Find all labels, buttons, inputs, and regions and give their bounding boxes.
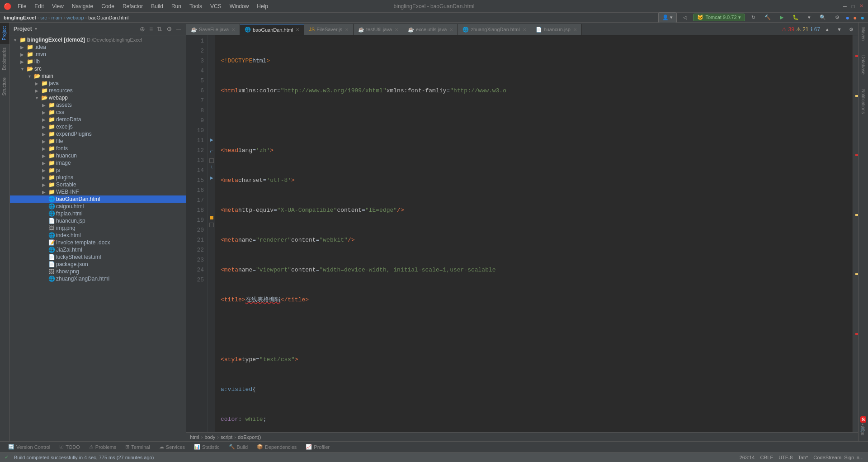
tree-item-webinf[interactable]: ▶ 📁 WEB-INF: [10, 188, 186, 195]
charset-indicator[interactable]: UTF-8: [778, 455, 793, 460]
tree-item-fapiao[interactable]: ▶ 🌐 fapiao.html: [10, 210, 186, 217]
gutter-14[interactable]: └: [208, 163, 215, 173]
codestream-label[interactable]: CodeStream: Sign in...: [813, 455, 863, 460]
menu-build[interactable]: Build: [147, 2, 167, 10]
gutter-12[interactable]: ⌐: [208, 146, 215, 156]
bottom-tab-dependencies[interactable]: 📦 Dependencies: [252, 443, 301, 451]
menu-vcs[interactable]: VCS: [207, 2, 225, 10]
bottom-tab-terminal[interactable]: ⊞ Terminal: [121, 443, 155, 451]
tree-item-java[interactable]: ▶ 📁 java: [10, 80, 186, 87]
breadcrumb-src[interactable]: src: [40, 15, 47, 20]
tab-baoguandan-close[interactable]: ✕: [296, 27, 299, 32]
tree-item-expendplugins[interactable]: ▶ 📁 expendPlugins: [10, 130, 186, 138]
bottom-tab-services[interactable]: ☁ Services: [155, 443, 189, 451]
tree-item-plugins[interactable]: ▶ 📁 plugins: [10, 174, 186, 181]
breadcrumb-doexport[interactable]: doExport(): [238, 434, 261, 440]
tab-savefile[interactable]: ☕ SaveFile.java ✕: [186, 24, 240, 35]
scroll-down-btn[interactable]: ▼: [834, 24, 844, 35]
tab-testutil-close[interactable]: ✕: [395, 27, 398, 32]
tree-item-css[interactable]: ▶ 📁 css: [10, 109, 186, 116]
tree-item-lib[interactable]: ▶ 📁 lib: [10, 58, 186, 65]
project-settings-btn[interactable]: ⚙: [165, 24, 174, 33]
menu-run[interactable]: Run: [168, 2, 185, 10]
menu-navigate[interactable]: Navigate: [68, 2, 97, 10]
strip-bookmarks[interactable]: Bookmarks: [0, 44, 9, 74]
profile-btn[interactable]: 👤 ▾: [658, 12, 677, 23]
tab-zhuangxiangdan-close[interactable]: ✕: [523, 27, 526, 32]
strip-project[interactable]: Project: [0, 23, 9, 44]
tree-item-fonts[interactable]: ▶ 📁 fonts: [10, 145, 186, 152]
tree-item-jiazai[interactable]: ▶ 🌐 JiaZai.html: [10, 246, 186, 253]
menu-file[interactable]: File: [14, 2, 30, 10]
menu-tools[interactable]: Tools: [186, 2, 206, 10]
search-everywhere-btn[interactable]: 🔍: [817, 12, 829, 23]
cursor-position[interactable]: 263:14: [740, 455, 755, 460]
right-tab-maven[interactable]: Maven: [859, 24, 867, 43]
project-collapse-btn[interactable]: ≡: [148, 24, 154, 33]
tree-item-packagejson[interactable]: ▶ 📄 package.json: [10, 261, 186, 268]
bottom-tab-todo[interactable]: ☑ TODO: [55, 443, 85, 451]
menu-window[interactable]: Window: [226, 2, 253, 10]
code-editor[interactable]: <!DOCTYPE html> <html xmlns:color="http:…: [215, 35, 853, 432]
tab-baoguandan[interactable]: 🌐 baoGuanDan.html ✕: [240, 24, 304, 35]
close-button[interactable]: ✕: [858, 3, 864, 10]
run-btn[interactable]: ▶: [777, 12, 786, 23]
tree-item-mvn[interactable]: ▶ 📁 .mvn: [10, 51, 186, 58]
more-run-btn[interactable]: ▾: [805, 12, 813, 23]
menu-code[interactable]: Code: [98, 2, 118, 10]
tomcat-button[interactable]: 🐱 Tomcat 9.0.72 ▾: [693, 14, 745, 21]
tree-item-caigou[interactable]: ▶ 🌐 caigou.html: [10, 203, 186, 210]
breadcrumb-project[interactable]: binglingExcel: [4, 15, 36, 20]
bottom-tab-problems[interactable]: ⚠ Problems: [85, 443, 121, 451]
breadcrumb-script[interactable]: script: [221, 434, 232, 440]
breadcrumb-main[interactable]: main: [52, 15, 62, 20]
tree-item-main[interactable]: ▾ 📂 main: [10, 72, 186, 80]
tree-item-huancunjsp[interactable]: ▶ 📄 huancun.jsp: [10, 217, 186, 224]
project-locate-btn[interactable]: ⊕: [138, 24, 146, 33]
menu-help[interactable]: Help: [253, 2, 272, 10]
tree-item-huancun[interactable]: ▶ 📁 huancun: [10, 152, 186, 159]
tree-root[interactable]: ▾ 📁 binglingExcel [demo2] D:\Develop\bin…: [10, 36, 186, 43]
tree-item-assets[interactable]: ▶ 📁 assets: [10, 101, 186, 109]
tab-huancunjsp-close[interactable]: ✕: [573, 27, 577, 32]
bottom-tab-profiler[interactable]: 📈 Profiler: [301, 443, 334, 451]
strip-structure[interactable]: Structure: [0, 74, 9, 100]
tab-excelutils[interactable]: ☕ excelutils.java ✕: [403, 24, 458, 35]
tree-item-zhuangxiangdan[interactable]: ▶ 🌐 zhuangXiangDan.html: [10, 275, 186, 282]
tab-filesaver[interactable]: JS FileSaver.js ✕: [304, 24, 354, 35]
tab-zhuangxiangdan[interactable]: 🌐 zhuangXiangDan.html ✕: [458, 24, 531, 35]
tree-item-demodata[interactable]: ▶ 📁 demoData: [10, 116, 186, 123]
tree-item-resources[interactable]: ▶ 📁 resources: [10, 87, 186, 94]
menu-view[interactable]: View: [48, 2, 67, 10]
scroll-indicator[interactable]: [853, 35, 858, 432]
breadcrumb-body[interactable]: body: [204, 434, 215, 440]
breadcrumb-file[interactable]: baoGuanDan.html: [88, 15, 128, 20]
breadcrumb-html[interactable]: html: [190, 434, 199, 440]
bottom-tab-build[interactable]: 🔨 Build: [224, 443, 252, 451]
tab-huancunjsp[interactable]: 📄 huancun.jsp ✕: [531, 24, 582, 35]
menu-refactor[interactable]: Refactor: [119, 2, 146, 10]
refresh-btn[interactable]: ↻: [749, 12, 758, 23]
project-sort-btn[interactable]: ⇅: [156, 24, 164, 33]
tree-item-invoice[interactable]: ▶ 📝 Invoice template .docx: [10, 239, 186, 246]
tab-filesaver-close[interactable]: ✕: [345, 27, 349, 32]
right-tab-database[interactable]: Database: [859, 52, 867, 77]
tab-excelutils-close[interactable]: ✕: [449, 27, 453, 32]
tree-item-image[interactable]: ▶ 📁 image: [10, 159, 186, 167]
tab-testutil[interactable]: ☕ testUtil.java ✕: [354, 24, 403, 35]
maximize-button[interactable]: □: [850, 3, 856, 10]
settings-btn[interactable]: ⚙: [832, 12, 842, 23]
bottom-tab-versioncontrol[interactable]: 🔄 Version Control: [4, 443, 55, 451]
tree-item-luckysheet[interactable]: ▶ 📄 luckySheetTest.iml: [10, 253, 186, 261]
tree-item-js[interactable]: ▶ 📁 js: [10, 167, 186, 174]
right-tab-notifications[interactable]: Notifications: [859, 86, 867, 116]
tree-item-index[interactable]: ▶ 🌐 index.html: [10, 232, 186, 239]
line-ending[interactable]: CRLF: [760, 455, 773, 460]
gutter-15[interactable]: ▶: [208, 173, 215, 183]
tree-item-baoguandan[interactable]: ▶ 🌐 baoGuanDan.html: [10, 195, 186, 203]
debug-btn[interactable]: 🐛: [790, 12, 802, 23]
tree-item-showpng[interactable]: ▶ 🖼 show.png: [10, 268, 186, 275]
tree-item-webapp[interactable]: ▾ 📂 webapp: [10, 94, 186, 101]
indent-indicator[interactable]: Tab*: [798, 455, 808, 460]
tree-item-file[interactable]: ▶ 📁 file: [10, 138, 186, 145]
